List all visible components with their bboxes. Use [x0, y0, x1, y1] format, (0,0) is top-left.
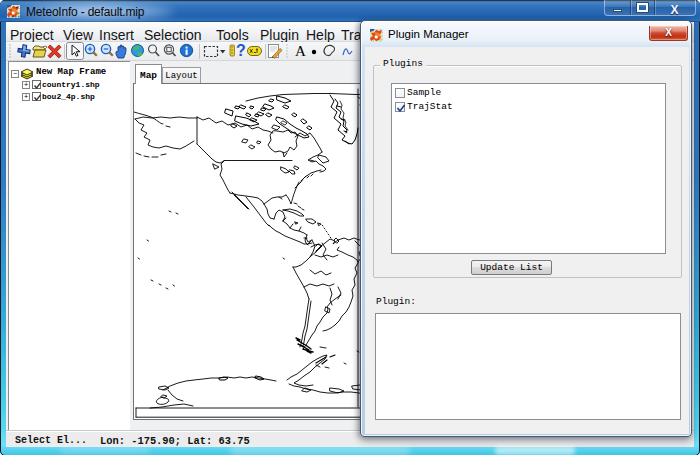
svg-text:A: A [295, 43, 306, 59]
svg-text:?: ? [236, 42, 246, 59]
